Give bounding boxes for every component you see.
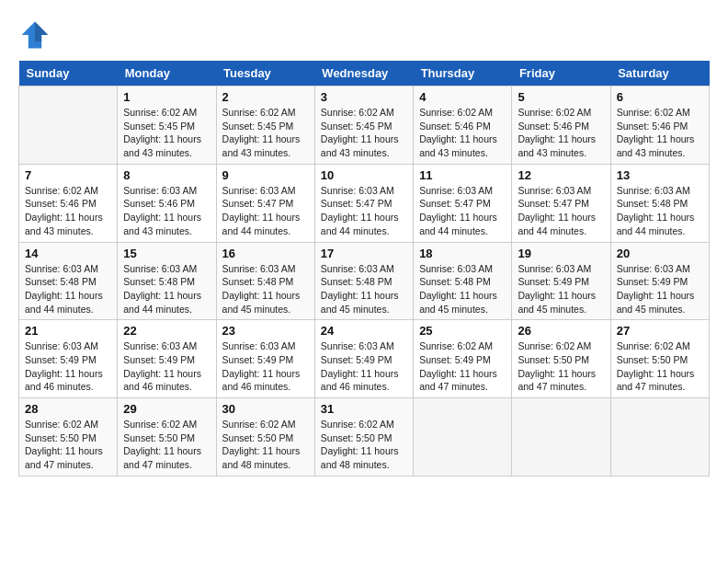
day-cell: 18Sunrise: 6:03 AMSunset: 5:48 PMDayligh… <box>414 242 512 320</box>
day-info: Sunrise: 6:02 AMSunset: 5:50 PMDaylight:… <box>321 418 407 472</box>
day-info: Sunrise: 6:02 AMSunset: 5:45 PMDaylight:… <box>222 106 309 160</box>
day-cell: 8Sunrise: 6:03 AMSunset: 5:46 PMDaylight… <box>118 164 216 242</box>
header-cell-thursday: Thursday <box>414 61 512 86</box>
day-number: 14 <box>25 247 111 260</box>
day-cell: 24Sunrise: 6:03 AMSunset: 5:49 PMDayligh… <box>314 320 413 398</box>
logo <box>18 18 57 52</box>
day-number: 7 <box>25 168 111 182</box>
day-cell <box>512 398 610 477</box>
day-info: Sunrise: 6:03 AMSunset: 5:48 PMDaylight:… <box>222 262 309 316</box>
logo-icon <box>18 18 51 52</box>
day-number: 9 <box>222 168 309 182</box>
day-number: 28 <box>25 402 111 416</box>
day-cell: 26Sunrise: 6:02 AMSunset: 5:50 PMDayligh… <box>512 320 610 398</box>
day-number: 11 <box>419 168 506 182</box>
day-info: Sunrise: 6:02 AMSunset: 5:50 PMDaylight:… <box>222 418 309 472</box>
day-info: Sunrise: 6:03 AMSunset: 5:48 PMDaylight:… <box>321 262 407 316</box>
day-number: 24 <box>321 324 407 338</box>
day-info: Sunrise: 6:02 AMSunset: 5:46 PMDaylight:… <box>25 184 111 238</box>
day-cell: 27Sunrise: 6:02 AMSunset: 5:50 PMDayligh… <box>610 320 709 398</box>
day-number: 20 <box>617 247 703 260</box>
day-cell: 9Sunrise: 6:03 AMSunset: 5:47 PMDaylight… <box>216 164 314 242</box>
day-info: Sunrise: 6:03 AMSunset: 5:49 PMDaylight:… <box>617 262 703 316</box>
day-number: 13 <box>617 168 703 182</box>
day-info: Sunrise: 6:03 AMSunset: 5:49 PMDaylight:… <box>123 339 210 394</box>
day-number: 17 <box>321 247 407 260</box>
day-number: 21 <box>25 324 111 338</box>
day-cell: 31Sunrise: 6:02 AMSunset: 5:50 PMDayligh… <box>314 398 413 477</box>
day-info: Sunrise: 6:03 AMSunset: 5:47 PMDaylight:… <box>321 184 407 238</box>
day-number: 18 <box>419 247 506 260</box>
day-cell: 6Sunrise: 6:02 AMSunset: 5:46 PMDaylight… <box>610 86 709 165</box>
day-cell: 21Sunrise: 6:03 AMSunset: 5:49 PMDayligh… <box>19 320 118 398</box>
day-cell: 7Sunrise: 6:02 AMSunset: 5:46 PMDaylight… <box>19 164 118 242</box>
day-number: 15 <box>123 247 210 260</box>
day-number: 26 <box>518 324 604 338</box>
header-cell-wednesday: Wednesday <box>314 61 413 86</box>
day-cell: 25Sunrise: 6:02 AMSunset: 5:49 PMDayligh… <box>414 320 512 398</box>
day-cell: 23Sunrise: 6:03 AMSunset: 5:49 PMDayligh… <box>216 320 314 398</box>
page-header <box>18 18 710 52</box>
day-cell: 12Sunrise: 6:03 AMSunset: 5:47 PMDayligh… <box>512 164 610 242</box>
day-number: 27 <box>617 324 703 338</box>
day-info: Sunrise: 6:02 AMSunset: 5:46 PMDaylight:… <box>617 106 703 160</box>
week-row-3: 14Sunrise: 6:03 AMSunset: 5:48 PMDayligh… <box>19 242 710 320</box>
day-cell: 13Sunrise: 6:03 AMSunset: 5:48 PMDayligh… <box>610 164 709 242</box>
day-info: Sunrise: 6:03 AMSunset: 5:48 PMDaylight:… <box>123 262 210 316</box>
calendar-body: 1Sunrise: 6:02 AMSunset: 5:45 PMDaylight… <box>19 86 710 477</box>
day-info: Sunrise: 6:02 AMSunset: 5:50 PMDaylight:… <box>123 418 210 472</box>
day-info: Sunrise: 6:02 AMSunset: 5:46 PMDaylight:… <box>419 106 506 160</box>
calendar-table: SundayMondayTuesdayWednesdayThursdayFrid… <box>18 61 710 477</box>
day-cell: 1Sunrise: 6:02 AMSunset: 5:45 PMDaylight… <box>118 86 216 165</box>
day-number: 5 <box>518 90 604 104</box>
day-info: Sunrise: 6:02 AMSunset: 5:49 PMDaylight:… <box>419 339 506 394</box>
day-info: Sunrise: 6:03 AMSunset: 5:47 PMDaylight:… <box>518 184 604 238</box>
svg-marker-1 <box>35 22 48 42</box>
day-info: Sunrise: 6:02 AMSunset: 5:50 PMDaylight:… <box>25 418 111 472</box>
day-number: 8 <box>123 168 210 182</box>
day-info: Sunrise: 6:02 AMSunset: 5:46 PMDaylight:… <box>518 106 604 160</box>
week-row-5: 28Sunrise: 6:02 AMSunset: 5:50 PMDayligh… <box>19 398 710 477</box>
day-cell: 16Sunrise: 6:03 AMSunset: 5:48 PMDayligh… <box>216 242 314 320</box>
day-cell <box>19 86 118 165</box>
day-info: Sunrise: 6:02 AMSunset: 5:45 PMDaylight:… <box>321 106 407 160</box>
header-cell-sunday: Sunday <box>19 61 118 86</box>
day-number: 12 <box>518 168 604 182</box>
day-info: Sunrise: 6:03 AMSunset: 5:48 PMDaylight:… <box>25 262 111 316</box>
day-number: 1 <box>123 90 210 104</box>
day-cell: 28Sunrise: 6:02 AMSunset: 5:50 PMDayligh… <box>19 398 118 477</box>
day-info: Sunrise: 6:03 AMSunset: 5:48 PMDaylight:… <box>419 262 506 316</box>
day-cell: 20Sunrise: 6:03 AMSunset: 5:49 PMDayligh… <box>610 242 709 320</box>
day-number: 23 <box>222 324 309 338</box>
week-row-4: 21Sunrise: 6:03 AMSunset: 5:49 PMDayligh… <box>19 320 710 398</box>
day-cell: 10Sunrise: 6:03 AMSunset: 5:47 PMDayligh… <box>314 164 413 242</box>
header-cell-saturday: Saturday <box>610 61 709 86</box>
day-cell: 19Sunrise: 6:03 AMSunset: 5:49 PMDayligh… <box>512 242 610 320</box>
day-info: Sunrise: 6:03 AMSunset: 5:49 PMDaylight:… <box>321 339 407 394</box>
day-info: Sunrise: 6:03 AMSunset: 5:47 PMDaylight:… <box>419 184 506 238</box>
day-number: 4 <box>419 90 506 104</box>
day-cell: 30Sunrise: 6:02 AMSunset: 5:50 PMDayligh… <box>216 398 314 477</box>
day-cell: 2Sunrise: 6:02 AMSunset: 5:45 PMDaylight… <box>216 86 314 165</box>
day-info: Sunrise: 6:03 AMSunset: 5:49 PMDaylight:… <box>25 339 111 394</box>
day-cell: 4Sunrise: 6:02 AMSunset: 5:46 PMDaylight… <box>414 86 512 165</box>
day-cell <box>414 398 512 477</box>
week-row-2: 7Sunrise: 6:02 AMSunset: 5:46 PMDaylight… <box>19 164 710 242</box>
day-number: 25 <box>419 324 506 338</box>
day-cell: 15Sunrise: 6:03 AMSunset: 5:48 PMDayligh… <box>118 242 216 320</box>
calendar-header: SundayMondayTuesdayWednesdayThursdayFrid… <box>19 61 710 86</box>
day-info: Sunrise: 6:03 AMSunset: 5:47 PMDaylight:… <box>222 184 309 238</box>
day-info: Sunrise: 6:02 AMSunset: 5:45 PMDaylight:… <box>123 106 210 160</box>
day-info: Sunrise: 6:02 AMSunset: 5:50 PMDaylight:… <box>617 339 703 394</box>
day-number: 31 <box>321 402 407 416</box>
day-number: 2 <box>222 90 309 104</box>
header-row: SundayMondayTuesdayWednesdayThursdayFrid… <box>19 61 710 86</box>
header-cell-monday: Monday <box>118 61 216 86</box>
day-number: 3 <box>321 90 407 104</box>
day-number: 6 <box>617 90 703 104</box>
day-number: 22 <box>123 324 210 338</box>
day-info: Sunrise: 6:03 AMSunset: 5:48 PMDaylight:… <box>617 184 703 238</box>
day-cell: 14Sunrise: 6:03 AMSunset: 5:48 PMDayligh… <box>19 242 118 320</box>
day-cell: 3Sunrise: 6:02 AMSunset: 5:45 PMDaylight… <box>314 86 413 165</box>
day-number: 30 <box>222 402 309 416</box>
